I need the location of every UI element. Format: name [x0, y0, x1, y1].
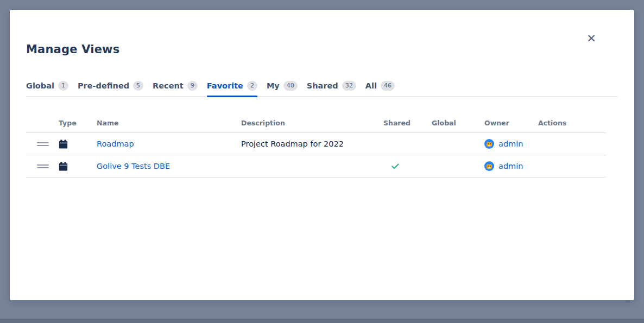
header-shared: Shared	[383, 119, 432, 127]
tab-count-badge: 32	[342, 81, 356, 91]
avatar	[484, 139, 494, 149]
view-name-link[interactable]: Golive 9 Tests DBE	[97, 162, 170, 170]
calendar-icon	[59, 162, 68, 171]
page-title: Manage Views	[26, 42, 634, 56]
tab-shared[interactable]: Shared 32	[307, 80, 356, 97]
background-bottom-edge	[0, 319, 644, 323]
tab-label: Shared	[307, 80, 338, 91]
table-row: Golive 9 Tests DBE	[26, 155, 607, 178]
tab-count-badge: 40	[283, 81, 298, 91]
tab-pre-defined[interactable]: Pre-defined 5	[78, 80, 143, 97]
header-global: Global	[432, 119, 484, 127]
calendar-icon	[59, 140, 68, 149]
header-description: Description	[241, 119, 383, 127]
manage-views-modal: ✕ Manage Views Global 1 Pre-defined 5 Re…	[10, 10, 634, 300]
tab-recent[interactable]: Recent 9	[153, 80, 198, 97]
owner-link[interactable]: admin	[498, 162, 523, 170]
header-name: Name	[97, 119, 241, 127]
tab-count-badge: 2	[247, 81, 257, 91]
tab-label: All	[365, 80, 377, 91]
tab-count-badge: 1	[58, 81, 68, 91]
owner-link[interactable]: admin	[498, 140, 523, 148]
view-name-link[interactable]: Roadmap	[97, 140, 134, 148]
header-type: Type	[59, 119, 97, 127]
tab-bar: Global 1 Pre-defined 5 Recent 9 Favorite…	[26, 80, 617, 97]
shared-cell	[383, 162, 432, 170]
tab-label: Pre-defined	[78, 80, 129, 91]
table-header-row: Type Name Description Shared Global Owne…	[26, 97, 607, 133]
view-description: Project Roadmap for 2022	[241, 140, 383, 148]
tab-count-badge: 5	[133, 81, 143, 91]
tab-favorite[interactable]: Favorite 2	[207, 80, 257, 97]
tab-label: Global	[26, 80, 54, 91]
tab-all[interactable]: All 46	[365, 80, 395, 97]
modal-overlay: ✕ Manage Views Global 1 Pre-defined 5 Re…	[0, 0, 644, 323]
tab-count-badge: 9	[187, 81, 198, 91]
tab-count-badge: 46	[381, 81, 395, 91]
tab-label: Favorite	[207, 80, 243, 91]
header-owner: Owner	[484, 119, 538, 127]
header-actions: Actions	[538, 119, 607, 127]
drag-handle-icon[interactable]	[37, 142, 49, 146]
check-icon	[391, 162, 400, 170]
table-row: Roadmap Project Roadmap for 2022	[26, 133, 607, 155]
drag-handle-icon[interactable]	[37, 164, 49, 168]
tab-global[interactable]: Global 1	[26, 80, 68, 97]
tab-label: My	[267, 80, 280, 91]
avatar	[484, 161, 494, 171]
tab-my[interactable]: My 40	[267, 80, 298, 97]
close-icon[interactable]: ✕	[584, 31, 598, 46]
views-table: Type Name Description Shared Global Owne…	[26, 97, 607, 178]
tab-label: Recent	[153, 80, 184, 91]
